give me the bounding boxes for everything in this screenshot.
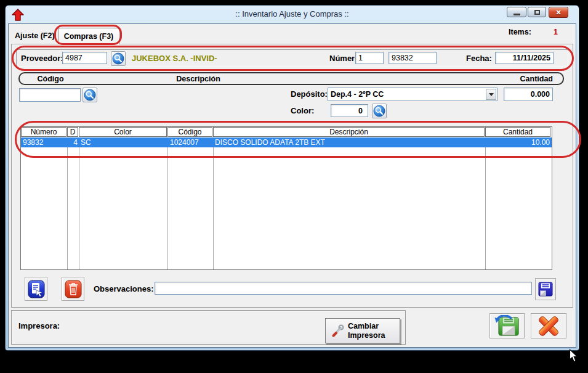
cell-color: SC (79, 137, 167, 147)
observaciones-label: Observaciones: (94, 277, 154, 301)
cell-descripcion: DISCO SOLIDO ADATA 2TB EXT (213, 137, 485, 147)
delete-item-button[interactable] (62, 277, 84, 301)
tools-icon (331, 324, 344, 338)
color-search-button[interactable] (372, 104, 387, 118)
codigo-search-button[interactable] (83, 88, 97, 102)
close-button[interactable]: ✕ (549, 7, 568, 18)
grid-col-numero: Número (21, 127, 66, 137)
color-label: Color: (291, 104, 314, 118)
cantidad-input[interactable] (504, 88, 553, 101)
search-icon (112, 52, 124, 65)
proveedor-label: Proveedor: (21, 49, 63, 67)
grid-header-row: Número D Color Código Descripción Cantid… (21, 127, 552, 137)
deposito-label: Depósito: (291, 88, 328, 101)
grid-column-line (79, 137, 79, 269)
entry-header-strip: Código Descripción Cantidad (18, 72, 564, 85)
search-icon (84, 89, 96, 101)
deposito-dropdown-button[interactable] (486, 89, 496, 100)
cell-cantidad: 10.00 (485, 137, 552, 147)
grid-column-line (67, 137, 68, 269)
color-input[interactable] (331, 104, 368, 117)
grid-col-descripcion: Descripción (213, 127, 485, 137)
grid-col-d: D (67, 127, 78, 137)
tab-compras-label: Compras (F3) (64, 32, 114, 41)
save-button[interactable] (489, 313, 525, 338)
fecha-label: Fecha: (466, 49, 492, 67)
tab-ajuste[interactable]: Ajuste (F2) (15, 31, 55, 40)
search-icon (373, 105, 385, 117)
close-icon: ✕ (555, 9, 561, 17)
cambiar-line2: Impresora (348, 331, 385, 340)
grid-col-color: Color (79, 127, 167, 137)
fecha-input[interactable] (495, 52, 554, 64)
observaciones-input[interactable] (155, 282, 532, 295)
items-label: Items: (509, 28, 531, 36)
deposito-selected-value: Dep.4 - 2ºP CC (331, 88, 384, 100)
tab-compras[interactable]: Compras (F3) (58, 28, 119, 44)
grid-column-line (485, 137, 486, 269)
cell-numero: 93832 (21, 137, 67, 147)
grid-col-cantidad: Cantidad (485, 127, 550, 137)
entry-col-codigo: Código (26, 74, 75, 84)
restore-icon (534, 10, 540, 15)
edit-document-icon (28, 280, 45, 298)
save-observaciones-button[interactable] (535, 278, 556, 300)
chevron-down-icon (489, 93, 494, 96)
cancel-x-icon (536, 315, 561, 337)
proveedor-search-button[interactable] (111, 51, 126, 66)
items-count: 1 (547, 28, 558, 36)
cell-d: 4 (67, 137, 79, 147)
edit-item-button[interactable] (25, 277, 47, 301)
cancel-button[interactable] (531, 313, 566, 338)
minimize-icon (513, 14, 520, 15)
trash-icon (65, 280, 82, 298)
minimize-button[interactable] (507, 7, 526, 17)
items-grid[interactable]: Número D Color Código Descripción Cantid… (20, 126, 552, 270)
cell-codigo: 1024007 (167, 137, 213, 147)
home-arrow-icon[interactable] (11, 8, 25, 22)
numero-doc-input[interactable] (389, 52, 437, 64)
entry-col-descripcion: Descripción (155, 74, 241, 84)
window-titlebar[interactable]: :: Inventario Ajuste y Compras :: (5, 5, 579, 23)
window-title: :: Inventario Ajuste y Compras :: (235, 9, 348, 18)
cambiar-impresora-button[interactable]: Cambiar Impresora (325, 318, 400, 343)
floppy-disk-icon (538, 281, 554, 298)
table-row-selected[interactable]: 93832 4 SC 1024007 DISCO SOLIDO ADATA 2T… (21, 137, 552, 147)
grid-col-codigo: Código (167, 127, 212, 137)
deposito-select[interactable]: Dep.4 - 2ºP CC (328, 88, 497, 101)
grid-column-line (213, 137, 214, 269)
mouse-cursor (569, 349, 578, 363)
grid-column-line (167, 137, 168, 269)
proveedor-code-input[interactable] (62, 52, 107, 64)
codigo-search-input[interactable] (19, 88, 81, 102)
numero-seq-input[interactable] (355, 52, 384, 64)
screen: :: Inventario Ajuste y Compras :: ✕ Item… (0, 0, 588, 373)
impresora-label: Impresora: (18, 321, 60, 330)
cambiar-line1: Cambiar (348, 322, 385, 331)
save-floppy-arrow-icon (494, 315, 520, 337)
restore-button[interactable] (528, 7, 546, 17)
proveedor-name: JUKEBOX S.A. -INVID- (132, 49, 217, 67)
entry-col-cantidad: Cantidad (486, 74, 553, 84)
